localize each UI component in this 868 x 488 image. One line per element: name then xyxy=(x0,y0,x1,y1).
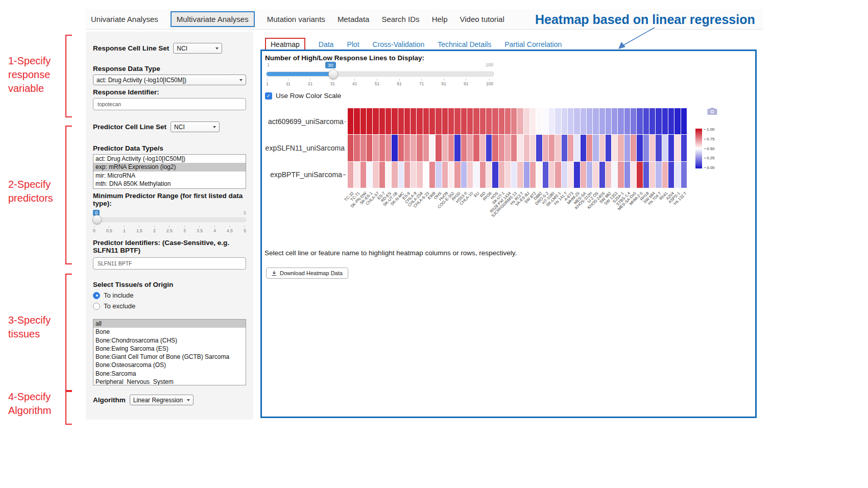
camera-icon[interactable] xyxy=(707,107,717,117)
heatmap-cell[interactable] xyxy=(411,108,416,134)
heatmap-cell[interactable] xyxy=(599,162,605,188)
heatmap-cell[interactable] xyxy=(549,135,554,161)
heatmap-cell[interactable] xyxy=(429,135,435,161)
heatmap-cell[interactable] xyxy=(480,162,486,188)
response-data-type-select[interactable]: act: Drug Activity (-log10[IC50M]) xyxy=(93,75,246,85)
heatmap-row-label[interactable]: expBPTF_uniSarcoma xyxy=(268,161,346,188)
nav-item-univariate-analyses[interactable]: Univariate Analyses xyxy=(91,15,158,23)
heatmap-cell[interactable] xyxy=(411,162,416,188)
heatmap-cell[interactable] xyxy=(499,162,504,188)
heatmap-cell[interactable] xyxy=(637,135,642,161)
heatmap-cell[interactable] xyxy=(404,108,410,134)
heatmap-cell[interactable] xyxy=(480,108,486,134)
heatmap-cell[interactable] xyxy=(530,108,536,134)
heatmap-cell[interactable] xyxy=(404,135,410,161)
heatmap-cell[interactable] xyxy=(681,162,687,188)
tab-technical-details[interactable]: Technical Details xyxy=(438,40,491,48)
heatmap-cell[interactable] xyxy=(354,108,359,134)
heatmap-cell[interactable] xyxy=(543,135,548,161)
response-cell-line-set-select[interactable]: NCI xyxy=(173,43,222,54)
heatmap-cell[interactable] xyxy=(612,162,617,188)
heatmap-cell[interactable] xyxy=(379,162,385,188)
heatmap-cell[interactable] xyxy=(681,135,687,161)
heatmap-cell[interactable] xyxy=(612,135,617,161)
heatmap-cell[interactable] xyxy=(505,108,511,134)
heatmap-cell[interactable] xyxy=(454,108,460,134)
heatmap-cell[interactable] xyxy=(631,135,636,161)
heatmap-cell[interactable] xyxy=(524,162,529,188)
heatmap-cell[interactable] xyxy=(517,135,523,161)
heatmap-cell[interactable] xyxy=(543,162,548,188)
heatmap-cell[interactable] xyxy=(379,135,385,161)
heatmap-cell[interactable] xyxy=(612,108,617,134)
heatmap-cell[interactable] xyxy=(606,108,611,134)
heatmap-cell[interactable] xyxy=(593,162,598,188)
tissue-option[interactable]: Bone:Giant Cell Tumor of Bone (GCTB) Sar… xyxy=(93,353,246,361)
heatmap-cell[interactable] xyxy=(492,162,498,188)
heatmap-cell[interactable] xyxy=(568,135,573,161)
heatmap-cell[interactable] xyxy=(624,135,630,161)
heatmap-cell[interactable] xyxy=(467,135,473,161)
heatmap-cell[interactable] xyxy=(423,108,429,134)
heatmap-cell[interactable] xyxy=(417,135,422,161)
heatmap-cell[interactable] xyxy=(643,108,649,134)
heatmap-cell[interactable] xyxy=(624,108,630,134)
heatmap-cell[interactable] xyxy=(442,162,448,188)
heatmap-cell[interactable] xyxy=(404,162,410,188)
heatmap-cell[interactable] xyxy=(581,108,586,134)
heatmap-cell[interactable] xyxy=(574,162,580,188)
tissue-option[interactable]: Bone:Sarcoma xyxy=(93,370,246,378)
heatmap-cell[interactable] xyxy=(360,135,366,161)
heatmap-cell[interactable] xyxy=(436,135,441,161)
heatmap-cell[interactable] xyxy=(599,108,605,134)
nav-item-multivariate-analyses[interactable]: Multivariate Analyses xyxy=(171,11,255,27)
min-range-track[interactable] xyxy=(93,217,246,222)
predictor-cell-line-set-select[interactable]: NCI xyxy=(171,121,220,132)
heatmap-cell[interactable] xyxy=(574,135,580,161)
heatmap-cell[interactable] xyxy=(354,162,359,188)
heatmap-cell[interactable] xyxy=(354,135,359,161)
heatmap-cell[interactable] xyxy=(668,135,674,161)
heatmap-cell[interactable] xyxy=(398,135,404,161)
tab-partial-correlation[interactable]: Partial Correlation xyxy=(504,40,562,48)
response-slider[interactable]: 1 100 30 1112131415161718191100 xyxy=(266,62,493,88)
heatmap-cell[interactable] xyxy=(348,135,353,161)
heatmap-cell[interactable] xyxy=(385,135,391,161)
heatmap-cell[interactable] xyxy=(398,162,404,188)
heatmap-cell[interactable] xyxy=(517,108,523,134)
predictor-data-type-listbox[interactable]: act: Drug Activity (-log10[IC50M])exp: m… xyxy=(93,154,246,189)
heatmap-row-label[interactable]: expSLFN11_uniSarcoma xyxy=(268,135,346,161)
heatmap-cell[interactable] xyxy=(448,135,454,161)
tissue-option[interactable]: Bone:Ewing Sarcoma (ES) xyxy=(93,345,246,353)
heatmap-cell[interactable] xyxy=(360,162,366,188)
heatmap-cell[interactable] xyxy=(587,135,592,161)
heatmap-cell[interactable] xyxy=(618,135,623,161)
heatmap-cell[interactable] xyxy=(373,162,378,188)
heatmap-cell[interactable] xyxy=(417,108,422,134)
heatmap-cell[interactable] xyxy=(549,162,554,188)
heatmap-cell[interactable] xyxy=(436,108,441,134)
min-range-slider[interactable]: 0 5 00.511.522.533.544.55 xyxy=(93,209,246,234)
heatmap-cell[interactable] xyxy=(505,162,511,188)
heatmap-cell[interactable] xyxy=(473,162,479,188)
tab-data[interactable]: Data xyxy=(319,40,334,48)
heatmap-cell[interactable] xyxy=(385,108,391,134)
slider-handle[interactable] xyxy=(328,69,338,79)
heatmap-cell[interactable] xyxy=(643,162,649,188)
heatmap-cell[interactable] xyxy=(423,162,429,188)
heatmap-cell[interactable] xyxy=(367,135,372,161)
heatmap-cell[interactable] xyxy=(373,108,378,134)
heatmap-cell[interactable] xyxy=(568,108,573,134)
slider-track[interactable] xyxy=(266,71,494,77)
heatmap-cell[interactable] xyxy=(587,162,592,188)
heatmap-cell[interactable] xyxy=(448,108,454,134)
predictor-data-type-option[interactable]: mth: DNA 850K Methylation xyxy=(93,180,246,188)
heatmap-cell[interactable] xyxy=(649,108,655,134)
heatmap-cell[interactable] xyxy=(656,135,661,161)
heatmap-cell[interactable] xyxy=(411,135,416,161)
heatmap-cell[interactable] xyxy=(442,108,448,134)
heatmap-cell[interactable] xyxy=(536,162,542,188)
download-heatmap-button[interactable]: Download Heatmap Data xyxy=(266,267,348,279)
heatmap-cell[interactable] xyxy=(499,135,504,161)
heatmap-cell[interactable] xyxy=(674,162,680,188)
